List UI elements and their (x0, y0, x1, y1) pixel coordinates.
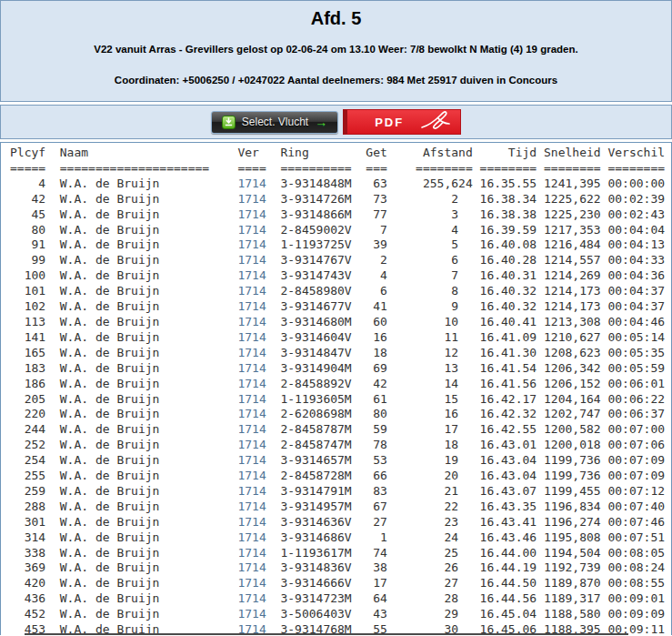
table-row: 436 W.A. de Bruijn 1714 3-9314723M 64 28… (10, 591, 671, 607)
ver-link[interactable]: 1714 (237, 253, 266, 267)
ver-link[interactable]: 1714 (237, 207, 266, 221)
pdf-button[interactable]: PDF (343, 109, 461, 135)
ver-link[interactable]: 1714 (237, 268, 266, 282)
ver-link[interactable]: 1714 (237, 484, 266, 498)
pdf-label: PDF (375, 116, 404, 129)
table-row: 186 W.A. de Bruijn 1714 2-8458892V 42 14… (10, 377, 671, 392)
ver-link[interactable]: 1714 (237, 560, 266, 574)
table-row: 91 W.A. de Bruijn 1714 1-1193725V 39 5 1… (10, 237, 671, 253)
ver-link[interactable]: 1714 (237, 346, 266, 359)
ver-link[interactable]: 1714 (237, 330, 266, 344)
table-row: 288 W.A. de Bruijn 1714 3-9314957M 67 22… (10, 500, 671, 515)
select-flight-button[interactable]: Select. Vlucht → (211, 111, 338, 134)
ver-link[interactable]: 1714 (237, 284, 266, 298)
ver-link[interactable]: 1714 (237, 177, 266, 190)
table-separator-row: ===== ===================== ==== =======… (10, 161, 671, 177)
ver-link[interactable]: 1714 (237, 361, 266, 375)
table-row: 165 W.A. de Bruijn 1714 3-9314847V 18 12… (10, 346, 671, 361)
table-row: 102 W.A. de Bruijn 1714 3-9314677V 41 9 … (10, 299, 671, 315)
ver-link[interactable]: 1714 (237, 377, 266, 390)
table-row: 255 W.A. de Bruijn 1714 2-8458728M 66 20… (10, 469, 671, 484)
table-row: 141 W.A. de Bruijn 1714 3-9314604V 16 11… (10, 330, 671, 346)
ver-link[interactable]: 1714 (237, 422, 266, 436)
results-table-text: Plcyf Naam Ver Ring Get Afstand Tijd Sne… (1, 143, 671, 635)
ver-link[interactable]: 1714 (237, 546, 266, 560)
table-row: 420 W.A. de Bruijn 1714 3-9314666V 17 27… (10, 576, 671, 591)
table-row: 100 W.A. de Bruijn 1714 3-9314743V 4 7 1… (10, 268, 671, 284)
ver-link[interactable]: 1714 (237, 530, 266, 544)
table-row: 369 W.A. de Bruijn 1714 3-9314836V 38 26… (10, 560, 671, 576)
table-row: 101 W.A. de Bruijn 1714 2-8458980V 6 8 1… (10, 284, 671, 299)
results-table: Plcyf Naam Ver Ring Get Afstand Tijd Sne… (0, 142, 672, 635)
ver-link[interactable]: 1714 (237, 500, 266, 513)
toolbar: Select. Vlucht → PDF (0, 105, 672, 139)
page-title: Afd. 5 (1, 8, 671, 29)
table-row: 99 W.A. de Bruijn 1714 3-9314767V 2 6 16… (10, 253, 671, 268)
select-flight-label: Select. Vlucht (242, 116, 308, 128)
table-row: 301 W.A. de Bruijn 1714 3-9314636V 27 23… (10, 515, 671, 530)
table-row: 205 W.A. de Bruijn 1714 1-1193605M 61 15… (10, 392, 671, 408)
table-row: 4 W.A. de Bruijn 1714 3-9314848M 63 255,… (10, 177, 671, 192)
table-row: 314 W.A. de Bruijn 1714 3-9314686V 1 24 … (10, 530, 671, 546)
ver-link[interactable]: 1714 (237, 392, 266, 406)
table-header-row: Plcyf Naam Ver Ring Get Afstand Tijd Sne… (10, 146, 671, 161)
ver-link[interactable]: 1714 (237, 223, 266, 237)
table-row: 254 W.A. de Bruijn 1714 3-9314657M 53 19… (10, 453, 671, 469)
ver-link[interactable]: 1714 (237, 438, 266, 451)
ver-link[interactable]: 1714 (237, 192, 266, 206)
table-row: 259 W.A. de Bruijn 1714 3-9314791M 83 21… (10, 484, 671, 500)
arrow-right-icon: → (315, 116, 327, 128)
table-row: 244 W.A. de Bruijn 1714 2-8458787M 59 17… (10, 422, 671, 438)
ver-link[interactable]: 1714 (237, 453, 266, 467)
acrobat-icon (420, 110, 451, 134)
table-row: 42 W.A. de Bruijn 1714 3-9314726M 73 2 1… (10, 192, 671, 207)
ver-link[interactable]: 1714 (237, 469, 266, 482)
header-panel: Afd. 5 V22 vanuit Arras - Grevillers gel… (0, 0, 672, 102)
ver-link[interactable]: 1714 (237, 576, 266, 590)
flight-info-line: V22 vanuit Arras - Grevillers gelost op … (1, 44, 671, 55)
table-row: 183 W.A. de Bruijn 1714 3-9314904M 69 13… (10, 361, 671, 377)
ver-link[interactable]: 1714 (237, 237, 266, 251)
table-row: 338 W.A. de Bruijn 1714 1-1193617M 74 25… (10, 546, 671, 561)
table-row: 113 W.A. de Bruijn 1714 3-9314680M 60 10… (10, 315, 671, 330)
ver-link[interactable]: 1714 (237, 315, 266, 328)
ver-link[interactable]: 1714 (237, 591, 266, 605)
table-row: 220 W.A. de Bruijn 1714 2-6208698M 80 16… (10, 407, 671, 422)
ver-link[interactable]: 1714 (237, 299, 266, 313)
ver-link[interactable]: 1714 (237, 607, 266, 621)
ver-link[interactable]: 1714 (237, 515, 266, 529)
table-row: 452 W.A. de Bruijn 1714 3-5006403V 43 29… (10, 607, 671, 622)
cutoff-underline (25, 633, 628, 635)
table-row: 45 W.A. de Bruijn 1714 3-9314866M 77 3 1… (10, 207, 671, 223)
ver-link[interactable]: 1714 (237, 407, 266, 420)
table-row: 80 W.A. de Bruijn 1714 2-8459002V 7 4 16… (10, 223, 671, 238)
table-row: 252 W.A. de Bruijn 1714 2-8458747M 78 18… (10, 438, 671, 453)
download-icon (222, 116, 236, 129)
coordinates-info-line: Coordinaten: +5006250 / +0247022 Aantal … (1, 75, 671, 86)
